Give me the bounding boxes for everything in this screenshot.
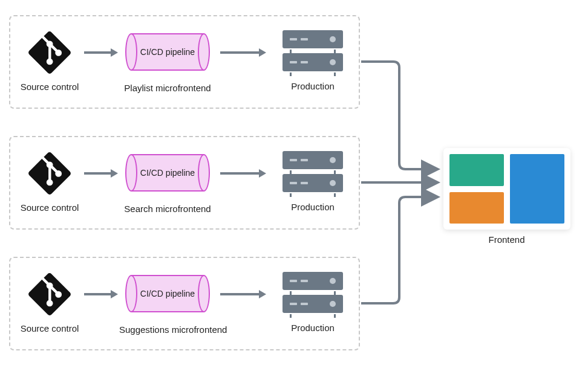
pipeline-playlist: Source control CI/CD pipeline Playlist m… [9, 15, 360, 109]
server-icon [283, 30, 343, 76]
pipeline-stage: CI/CD pipeline Suggestions microfrontend [119, 275, 216, 335]
production-label: Production [276, 323, 349, 333]
source-control-label: Source control [19, 323, 80, 334]
source-control-label: Source control [19, 202, 80, 213]
pipeline-text: CI/CD pipeline [125, 33, 210, 71]
source-control-stage: Source control [19, 270, 80, 334]
source-control-stage: Source control [19, 28, 80, 92]
frontend-tile-teal [449, 154, 504, 186]
pipeline-label: Playlist microfrontend [119, 83, 216, 93]
production-stage: Production [276, 30, 349, 91]
frontend-tile-orange [449, 192, 504, 224]
svg-marker-11 [259, 290, 266, 298]
pipeline-stage: CI/CD pipeline Search microfrontend [119, 154, 216, 214]
svg-marker-5 [111, 169, 118, 178]
svg-marker-7 [259, 169, 266, 178]
pipeline-text: CI/CD pipeline [125, 275, 210, 312]
frontend-box: Frontend [442, 148, 572, 245]
production-label: Production [276, 202, 349, 212]
arrow-icon [83, 47, 119, 59]
arrow-icon [83, 288, 119, 300]
git-icon [25, 270, 74, 318]
pipeline-suggestions: Source control CI/CD pipeline Suggestion… [9, 257, 360, 350]
pipeline-cylinder-icon: CI/CD pipeline [125, 154, 210, 192]
pipeline-text: CI/CD pipeline [125, 154, 210, 192]
pipeline-cylinder-icon: CI/CD pipeline [125, 275, 210, 312]
git-icon [25, 149, 74, 198]
pipeline-label: Search microfrontend [119, 204, 216, 214]
production-label: Production [276, 81, 349, 91]
git-icon [25, 28, 74, 77]
production-stage: Production [276, 151, 349, 212]
frontend-card-icon [443, 148, 570, 230]
arrow-icon [219, 288, 267, 300]
server-icon [283, 151, 343, 197]
pipeline-cylinder-icon: CI/CD pipeline [125, 33, 210, 71]
svg-marker-1 [111, 48, 118, 57]
arrow-icon [219, 167, 267, 179]
frontend-tile-blue [510, 154, 564, 224]
source-control-label: Source control [19, 82, 80, 92]
production-stage: Production [276, 272, 349, 333]
server-icon [283, 272, 343, 318]
arrow-icon [83, 167, 119, 179]
pipeline-search: Source control CI/CD pipeline Search mic… [9, 136, 360, 230]
arrow-icon [219, 47, 267, 59]
pipeline-stage: CI/CD pipeline Playlist microfrontend [119, 33, 216, 93]
svg-marker-9 [111, 290, 118, 298]
source-control-stage: Source control [19, 149, 80, 213]
svg-marker-3 [259, 48, 266, 57]
connector-arrows [360, 48, 445, 320]
frontend-label: Frontend [442, 234, 572, 245]
pipeline-label: Suggestions microfrontend [119, 324, 216, 335]
